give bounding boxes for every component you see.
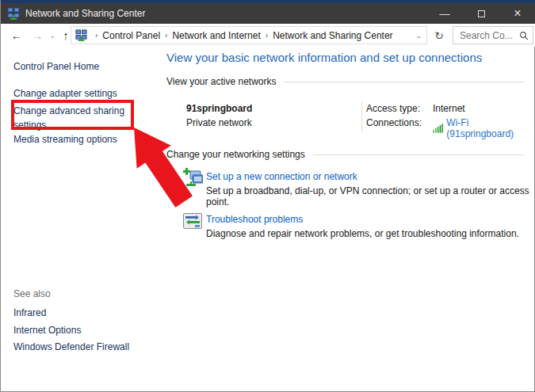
navigation-bar: ← → ⌄ ↑ › Control Panel › Network and In…	[1, 24, 535, 47]
sidebar-item-control-panel-home[interactable]: Control Panel Home	[13, 59, 99, 74]
sidebar-item-internet-options[interactable]: Internet Options	[13, 323, 81, 337]
chevron-down-icon: ⌄	[49, 32, 55, 40]
breadcrumb-network-and-internet[interactable]: Network and Internet	[172, 30, 260, 41]
breadcrumb-separator: ›	[165, 31, 167, 40]
breadcrumb-separator: ›	[266, 31, 268, 40]
refresh-icon: ↻	[434, 29, 444, 42]
back-icon: ←	[11, 29, 23, 42]
setup-connection-link[interactable]: Set up a new connection or network	[206, 171, 357, 182]
close-button[interactable]: ×	[499, 3, 535, 24]
troubleshoot-link[interactable]: Troubleshoot problems	[206, 214, 303, 225]
breadcrumb-separator: ›	[95, 31, 97, 40]
wifi-connection-link-row: Wi-Fi (91springboard)	[433, 117, 534, 139]
back-button[interactable]: ←	[7, 24, 26, 47]
wifi-connection-link[interactable]: Wi-Fi (91springboard)	[446, 117, 534, 139]
section-divider	[285, 82, 524, 82]
wifi-signal-icon	[433, 124, 443, 133]
title-bar[interactable]: Network and Sharing Center — ×	[1, 3, 535, 24]
search-icon	[519, 31, 529, 40]
refresh-button[interactable]: ↻	[430, 26, 448, 44]
network-sharing-center-window: Network and Sharing Center — × ← → ⌄ ↑ ›…	[0, 0, 535, 392]
address-bar[interactable]: › Control Panel › Network and Internet ›…	[71, 26, 427, 44]
breadcrumb-control-panel[interactable]: Control Panel	[102, 30, 160, 41]
up-arrow-icon: ↑	[63, 29, 69, 42]
see-also-label: See also	[13, 288, 51, 299]
sidebar-item-change-adapter-settings[interactable]: Change adapter settings	[13, 86, 117, 101]
sidebar-item-media-streaming-options[interactable]: Media streaming options	[13, 132, 117, 147]
minimize-button[interactable]: —	[426, 3, 463, 24]
forward-button[interactable]: →	[28, 24, 47, 47]
network-breadcrumb-icon	[75, 29, 87, 41]
maximize-button[interactable]	[463, 3, 499, 24]
network-app-icon	[7, 7, 20, 20]
minimize-icon: —	[440, 8, 450, 20]
address-dropdown-icon[interactable]: ⌄	[415, 32, 422, 40]
forward-icon: →	[32, 29, 44, 42]
sidebar-item-infrared[interactable]: Infrared	[13, 306, 46, 320]
sidebar-item-windows-defender-firewall[interactable]: Windows Defender Firewall	[13, 340, 129, 354]
breadcrumb-network-sharing-center[interactable]: Network and Sharing Center	[273, 30, 392, 41]
active-networks-label: View your active networks	[166, 76, 277, 87]
maximize-icon	[478, 10, 485, 17]
page-title: View your basic network information and …	[166, 51, 482, 64]
highlight-box	[11, 100, 134, 130]
close-icon: ×	[514, 6, 521, 21]
network-column-divider	[361, 101, 362, 131]
access-type-value: Internet	[433, 103, 465, 114]
access-type-label: Access type:	[366, 103, 420, 114]
networking-settings-section-header: Change your networking settings	[166, 149, 524, 160]
section-divider	[313, 154, 524, 155]
connections-label: Connections:	[366, 117, 422, 128]
window-title: Network and Sharing Center	[25, 8, 145, 19]
active-networks-section-header: View your active networks	[166, 76, 524, 87]
network-name: 91springboard	[186, 103, 252, 114]
networking-settings-label: Change your networking settings	[166, 149, 305, 160]
setup-connection-description: Set up a broadband, dial-up, or VPN conn…	[206, 185, 534, 207]
new-connection-icon	[183, 168, 203, 188]
network-type: Private network	[186, 117, 252, 128]
history-dropdown-button[interactable]: ⌄	[47, 24, 58, 47]
search-box[interactable]	[453, 26, 533, 44]
troubleshoot-icon	[183, 211, 202, 230]
troubleshoot-description: Diagnose and repair network problems, or…	[206, 228, 519, 239]
